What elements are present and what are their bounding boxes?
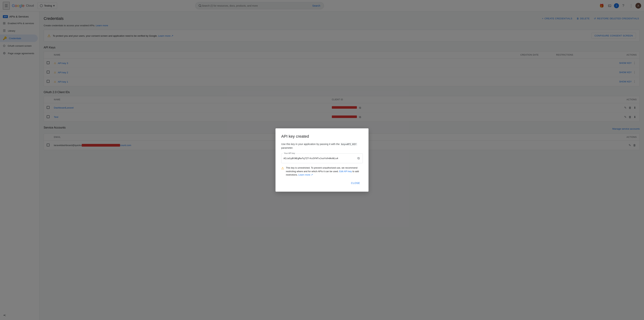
modal-overlay: API key created Use this key in your app… [0,0,644,320]
modal-warning-row: ⚠ This key is unrestricted. To prevent u… [281,166,363,177]
api-key-value: AIzaSyBtNEgRwfq7Zfrks5FHTxJuoYoh4AnNiu4 [284,157,338,160]
modal-warning-icon: ⚠ [281,166,284,170]
modal-code-param: key=API_KEY [340,143,357,146]
api-key-field: Your API key AIzaSyBtNEgRwfq7Zfrks5FHTxJ… [281,153,363,163]
api-key-value-row: AIzaSyBtNEgRwfq7Zfrks5FHTxJuoYoh4AnNiu4 … [284,156,360,161]
modal-learn-more-link[interactable]: Learn more ↗ [298,173,313,176]
api-key-created-modal: API key created Use this key in your app… [276,128,368,192]
modal-description: Use this key in your application by pass… [281,142,363,150]
edit-api-key-link[interactable]: Edit API key [339,170,352,173]
modal-footer: CLOSE [281,180,363,186]
copy-api-key-button[interactable]: ⧉ [357,156,360,161]
api-key-label: Your API key [283,152,296,154]
modal-warning-text: This key is unrestricted. To prevent una… [286,166,363,177]
modal-title: API key created [281,134,363,139]
modal-close-button[interactable]: CLOSE [348,180,363,186]
